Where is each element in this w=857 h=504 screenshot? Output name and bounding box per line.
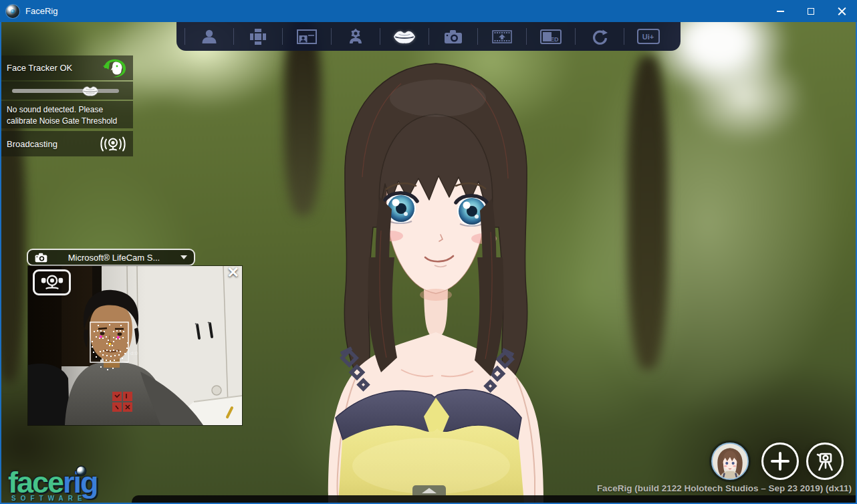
- stage: ED Ui+ Face Tracker OK: [0, 22, 857, 504]
- avatar-character: [301, 57, 568, 503]
- build-info: FaceRig (build 2122 Holotech Studios – S…: [597, 483, 852, 493]
- logo-eye-icon: [77, 467, 86, 475]
- expand-bottom-panel-tab[interactable]: [412, 485, 446, 495]
- chevron-down-icon: [180, 255, 187, 259]
- tree-trunk: [627, 55, 668, 370]
- toolbar-snapshot-button[interactable]: [428, 22, 477, 51]
- toolbar-avatar-behavior-button[interactable]: [331, 22, 380, 51]
- lipsync-sensitivity-panel: [1, 82, 133, 100]
- collapsed-bottom-bar: [132, 495, 856, 503]
- webcam-dropdown-camera-icon: [35, 253, 47, 263]
- noise-gate-message-panel: No sound detected. Please calibrate Nois…: [1, 101, 133, 128]
- close-button[interactable]: [826, 0, 857, 22]
- lipsync-slider-track[interactable]: [12, 89, 119, 93]
- toolbar-editor-button[interactable]: ED: [526, 22, 575, 51]
- lipsync-slider-handle[interactable]: [82, 82, 99, 100]
- tracking-debug-text: d:0: [130, 350, 138, 356]
- noise-message-line2: calibrate Noise Gate Threshold: [7, 116, 133, 127]
- webcam-device-dropdown[interactable]: Microsoft® LifeCam S...: [27, 249, 195, 266]
- chevron-up-icon: [422, 488, 437, 493]
- editor-screen-icon: ED: [540, 29, 562, 44]
- webcam-close-button[interactable]: ✕: [227, 266, 239, 279]
- quick-scene-camera-button[interactable]: [806, 443, 844, 480]
- webcam-preview: d:0 ✕: [28, 266, 242, 425]
- lips-handle-icon: [82, 82, 99, 100]
- face-tracker-ok-icon: [102, 57, 128, 79]
- reset-refresh-icon: [591, 28, 608, 45]
- toolbar-avatars-button[interactable]: [185, 22, 233, 51]
- minimize-button[interactable]: [765, 0, 795, 22]
- window-title: FaceRig: [25, 6, 57, 16]
- webcam-device-label: Microsoft® LifeCam S...: [54, 253, 174, 263]
- environments-icon: [249, 28, 267, 45]
- face-tracker-status: Face Tracker OK: [7, 63, 72, 73]
- webcam-toggle-button[interactable]: [33, 269, 71, 295]
- snapshot-camera-icon: [444, 29, 463, 44]
- noise-message-line1: No sound detected. Please: [7, 104, 133, 116]
- toolbar-ui-advanced-button[interactable]: Ui+: [624, 22, 672, 51]
- logo-text-face: face: [8, 465, 63, 499]
- window-controls: [765, 0, 857, 22]
- facerig-window: FaceRig: [0, 0, 857, 504]
- toolbar-environments-button[interactable]: [233, 22, 282, 51]
- webcam-icon: [39, 274, 65, 291]
- minimize-icon: [777, 11, 784, 12]
- close-icon: [838, 7, 846, 15]
- broadcasting-icon[interactable]: [100, 135, 126, 153]
- facerig-logo: facerig SOFTWARE: [8, 467, 142, 502]
- plus-icon: [770, 451, 790, 471]
- avatar-behavior-icon: [347, 28, 364, 45]
- camera-tripod-icon: [814, 450, 836, 473]
- current-avatar-thumbnail[interactable]: [711, 443, 749, 480]
- add-avatar-button[interactable]: [761, 443, 799, 480]
- avatars-icon: [201, 28, 218, 45]
- maximize-icon: [808, 8, 814, 15]
- broadcasting-label: Broadcasting: [7, 139, 57, 149]
- lipsync-icon: [393, 29, 416, 45]
- maximize-button[interactable]: [795, 0, 826, 22]
- pip-view-icon: [297, 29, 317, 44]
- broadcasting-panel: Broadcasting: [1, 131, 133, 156]
- main-toolbar: ED Ui+: [176, 22, 681, 51]
- app-logo-icon: [6, 5, 19, 18]
- toolbar-pip-view-button[interactable]: [282, 22, 331, 51]
- editor-badge: ED: [550, 36, 559, 43]
- toolbar-reset-tracking-button[interactable]: [575, 22, 624, 51]
- face-tracker-panel: Face Tracker OK: [1, 55, 133, 80]
- toolbar-lipsync-button[interactable]: [380, 22, 428, 51]
- titlebar: FaceRig: [0, 0, 857, 22]
- ui-advanced-icon: Ui+: [637, 29, 660, 44]
- avatar-thumbnail-image: [713, 444, 747, 479]
- record-video-icon: [492, 30, 512, 43]
- toolbar-record-video-button[interactable]: [477, 22, 526, 51]
